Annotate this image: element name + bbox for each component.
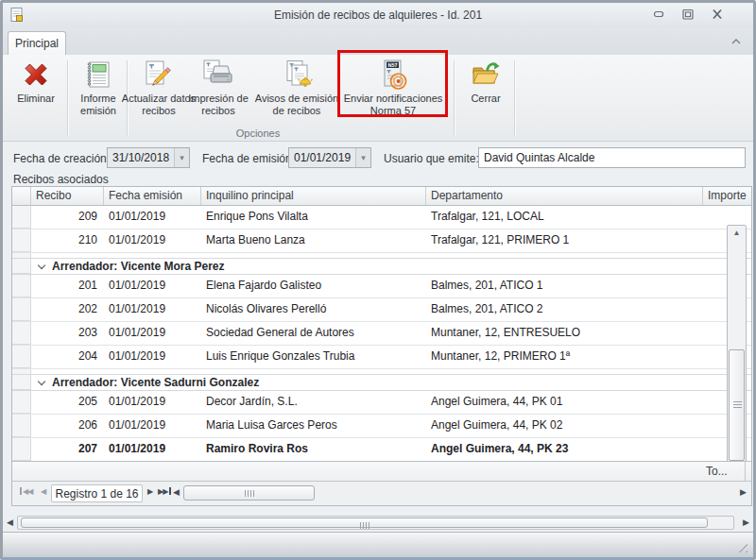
cerrar-button[interactable]: Cerrar <box>459 58 512 124</box>
cell-fecha[interactable]: 01/01/2019 <box>104 438 201 461</box>
enviar-norma57-button[interactable]: N57 Enviar nortificaciones Norma 57 <box>342 58 444 124</box>
maximize-button[interactable] <box>679 7 697 22</box>
fecha-creacion-field[interactable]: 31/10/2018 ▾ <box>107 147 190 168</box>
header-departamento[interactable]: Departamento <box>426 187 703 205</box>
norma57-icon: N57 <box>378 58 408 92</box>
prev-record-button[interactable]: ◀ <box>41 487 45 496</box>
cell-departamento[interactable]: Trafalgar, 121, PRIMERO 1 <box>426 229 703 252</box>
cell-fecha[interactable]: 01/01/2019 <box>104 415 201 437</box>
row-indicator <box>12 369 31 374</box>
cell-recibo[interactable]: 206 <box>31 415 104 437</box>
cell-inquilino[interactable]: Sociedad General de Autores <box>201 322 426 345</box>
cell-departamento[interactable]: Muntaner, 12, PRIMERO 1ª <box>426 346 703 368</box>
cell-inquilino[interactable]: Ramiro Rovira Ros <box>201 438 426 461</box>
cell-recibo[interactable]: 202 <box>31 298 104 321</box>
vertical-scrollbar[interactable]: ▲ ▼ <box>727 225 747 461</box>
dropdown-arrow-icon[interactable]: ▾ <box>355 148 370 167</box>
chevron-down-icon[interactable] <box>38 261 45 268</box>
report-icon <box>83 58 113 92</box>
cell-inquilino[interactable]: Marta Bueno Lanza <box>201 229 426 252</box>
cell-fecha[interactable]: 01/01/2019 <box>104 346 201 368</box>
cell-fecha[interactable]: 01/01/2019 <box>104 229 201 252</box>
maximize-icon <box>680 8 696 21</box>
hscroll-left-icon[interactable]: ◀ <box>7 518 13 527</box>
row-indicator <box>12 375 31 390</box>
cell-fecha[interactable]: 01/01/2019 <box>104 275 201 297</box>
content-panel: Fecha de creación: 31/10/2018 ▾ Fecha de… <box>3 142 753 532</box>
button-label: Impresión de recibos <box>188 93 249 117</box>
cell-recibo[interactable]: 210 <box>31 229 104 252</box>
cell-departamento[interactable]: Angel Guimera, 44, PK 01 <box>426 391 703 414</box>
table-row[interactable]: 20401/01/2019Luis Enrique Gonzales Trubi… <box>12 346 751 369</box>
window-hscrollbar[interactable]: ◀ ▶ <box>3 515 753 531</box>
cell-departamento[interactable]: Balmes, 201, ATICO 1 <box>426 275 703 297</box>
cell-inquilino[interactable]: Nicolás Olivares Perelló <box>201 298 426 321</box>
hscroll-right-icon[interactable]: ▶ <box>743 518 749 527</box>
hscroll-track[interactable] <box>17 516 734 530</box>
ribbon-group-label: Opciones <box>3 127 513 139</box>
cell-departamento[interactable]: Angel Guimera, 44, PK 23 <box>426 438 703 461</box>
grid-hscroll-thumb[interactable] <box>183 485 315 501</box>
cell-fecha[interactable]: 01/01/2019 <box>104 298 201 321</box>
cell-recibo[interactable]: 201 <box>31 275 104 297</box>
next-record-button[interactable]: ▶ <box>147 487 152 496</box>
cell-recibo[interactable]: 205 <box>31 391 104 414</box>
first-record-button[interactable]: ◀◀ <box>20 487 32 496</box>
cell-inquilino[interactable]: Maria Luisa Garces Peros <box>201 415 426 437</box>
title-bar: Emisión de recibos de alquileres - Id. 2… <box>3 3 753 28</box>
hscroll-thumb[interactable] <box>21 518 708 528</box>
table-row[interactable]: 20501/01/2019Decor Jardín, S.L.Angel Gui… <box>12 391 751 415</box>
tab-principal[interactable]: Principal <box>8 31 66 55</box>
chevron-down-icon[interactable] <box>38 377 45 384</box>
table-row[interactable]: 20201/01/2019Nicolás Olivares PerellóBal… <box>12 298 751 322</box>
cell-recibo[interactable]: 204 <box>31 346 104 368</box>
dropdown-arrow-icon[interactable]: ▾ <box>174 148 189 167</box>
scroll-up-icon[interactable]: ▲ <box>728 227 746 240</box>
cell-recibo[interactable]: 207 <box>31 438 104 461</box>
table-row[interactable]: 20301/01/2019Sociedad General de Autores… <box>12 322 751 346</box>
vertical-scrollbar-thumb[interactable] <box>729 349 745 461</box>
eliminar-button[interactable]: Eliminar <box>9 58 63 124</box>
cell-departamento[interactable]: Balmes, 201, ATICO 2 <box>426 298 703 321</box>
close-button[interactable] <box>708 7 727 22</box>
cell-inquilino[interactable]: Elena Fajardo Galisteo <box>201 275 426 297</box>
header-recibo[interactable]: Recibo <box>31 187 104 205</box>
header-importe[interactable]: Importe <box>703 187 751 205</box>
cell-departamento[interactable]: Angel Guimera, 44, PK 02 <box>426 415 703 437</box>
cell-fecha[interactable]: 01/01/2019 <box>104 391 201 414</box>
table-row[interactable]: 20601/01/2019Maria Luisa Garces PerosAng… <box>12 415 751 438</box>
table-row[interactable]: 20101/01/2019Elena Fajardo GalisteoBalme… <box>12 275 751 298</box>
cell-fecha[interactable]: 01/01/2019 <box>104 322 201 345</box>
group-cell[interactable]: Arrendador: Vicente Mora Perez <box>31 259 751 274</box>
table-row[interactable]: 20901/01/2019Enrique Pons VilaltaTrafalg… <box>12 206 751 229</box>
group-label: Arrendador: Vicente Mora Perez <box>52 260 225 273</box>
grid-scroll-right-icon[interactable]: ▶ <box>740 487 747 497</box>
group-cell[interactable]: Arrendador: Vicente Sadurni Gonzalez <box>31 375 751 390</box>
ribbon-collapse-button[interactable] <box>729 35 744 48</box>
last-record-button[interactable]: ▶▶ <box>158 487 171 496</box>
usuario-field[interactable]: David Quintas Alcalde <box>478 147 746 168</box>
cell-recibo[interactable]: 209 <box>31 206 104 229</box>
open-folder-icon <box>470 58 502 92</box>
resize-grip[interactable] <box>736 541 747 552</box>
header-inquilino[interactable]: Inquilino principal <box>201 187 426 205</box>
cell-departamento[interactable]: Muntaner, 12, ENTRESUELO <box>426 322 703 345</box>
table-row[interactable]: 20701/01/2019Ramiro Rovira RosAngel Guim… <box>12 438 751 461</box>
cell-departamento[interactable]: Trafalgar, 121, LOCAL <box>426 206 703 229</box>
cell-inquilino[interactable]: Enrique Pons Vilalta <box>201 206 426 229</box>
fecha-emision-field[interactable]: 01/01/2019 ▾ <box>288 147 371 168</box>
group-row[interactable]: Arrendador: Vicente Mora Perez <box>12 258 751 275</box>
table-row[interactable]: 21001/01/2019Marta Bueno LanzaTrafalgar,… <box>12 229 751 253</box>
grid-scroll-left-icon[interactable]: ◀ <box>173 487 179 497</box>
group-row[interactable]: Arrendador: Vicente Sadurni Gonzalez <box>12 374 751 391</box>
avisos-emision-button[interactable]: Avisos de emisión de recibos <box>250 58 343 124</box>
minimize-button[interactable] <box>649 7 668 22</box>
toolbar-separator <box>67 60 68 136</box>
cell-inquilino[interactable]: Decor Jardín, S.L. <box>201 391 426 414</box>
cell-fecha[interactable]: 01/01/2019 <box>104 206 201 229</box>
impresion-recibos-button[interactable]: Impresión de recibos <box>188 58 249 124</box>
header-fecha-emision[interactable]: Fecha emisión <box>104 187 201 205</box>
cell-inquilino[interactable]: Luis Enrique Gonzales Trubia <box>201 346 426 368</box>
usuario-label: Usuario que emite: <box>384 152 479 165</box>
cell-recibo[interactable]: 203 <box>31 322 104 345</box>
